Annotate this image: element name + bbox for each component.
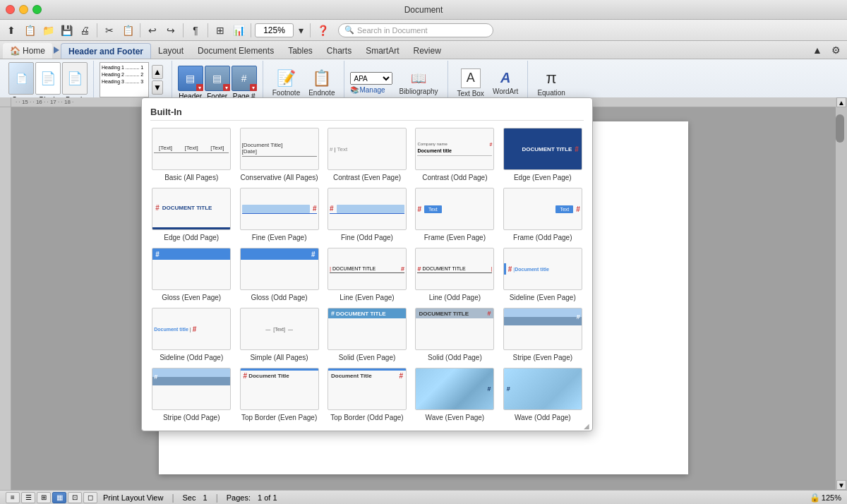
toolbar-print-btn[interactable]: 🖨 (76, 22, 93, 39)
header-dropdown-popup: Built-In [Text][Text][Text] Basic (All P… (141, 97, 593, 431)
toolbar-redo-btn[interactable]: ↪ (162, 22, 179, 39)
text-box-icon: A (461, 68, 481, 88)
view-print-btn[interactable]: ▦ (52, 492, 66, 503)
header-item-frame-odd[interactable]: Text # Frame (Odd Page) (502, 188, 584, 242)
header-button[interactable]: ▤ ▾ Header (178, 66, 203, 100)
toc-preview[interactable]: Heading 1 .......... 1 Heading 2 .......… (100, 62, 149, 97)
header-item-wave-even[interactable]: # Wave (Even Page) (414, 368, 495, 422)
pages-label: Pages: (227, 493, 251, 502)
header-item-stripe-odd[interactable]: # Stripe (Odd Page) (150, 368, 232, 422)
header-label-solid-even: Solid (Even Page) (339, 353, 396, 362)
header-item-contrast-even[interactable]: # | Text Contrast (Even Page) (326, 128, 408, 182)
header-item-frame-even[interactable]: # Text Frame (Even Page) (414, 188, 495, 242)
minimize-button[interactable] (19, 5, 28, 14)
wordart-label: WordArt (493, 88, 519, 96)
maximize-button[interactable] (32, 5, 42, 14)
header-preview-simple: — [Text] — (240, 308, 319, 350)
close-button[interactable] (6, 5, 15, 14)
header-item-wave-odd[interactable]: # Wave (Odd Page) (502, 368, 584, 422)
bibliography-icon: 📖 (411, 71, 426, 86)
header-item-simple[interactable]: — [Text] — Simple (All Pages) (238, 308, 320, 362)
view-thumbnail-btn[interactable]: ⊞ (37, 492, 51, 503)
header-item-sideline-even[interactable]: # | Document title Sideline (Even Page) (502, 248, 584, 302)
header-item-fine-odd[interactable]: # Fine (Odd Page) (326, 188, 408, 242)
header-item-topborder-odd[interactable]: Document Title # Top Border (Odd Page) (326, 368, 408, 422)
tab-smartart[interactable]: SmartArt (359, 43, 406, 59)
sep3 (183, 23, 184, 37)
toolbar-cut-btn[interactable]: ✂ (101, 22, 118, 39)
header-item-fine-even[interactable]: # Fine (Even Page) (238, 188, 320, 242)
tab-tables[interactable]: Tables (281, 43, 320, 59)
view-focus-btn[interactable]: ◻ (83, 492, 97, 503)
header-item-gloss-odd[interactable]: # Gloss (Odd Page) (238, 248, 320, 302)
blank-icon: 📄 (35, 62, 61, 95)
header-item-line-odd[interactable]: # DOCUMENT TITLE | Line (Odd Page) (414, 248, 495, 302)
toolbar-copy-btn[interactable]: 📋 (119, 22, 136, 39)
header-icon: ▤ ▾ (178, 66, 203, 91)
tab-layout[interactable]: Layout (151, 43, 191, 59)
page-num-button[interactable]: # ▾ Page # (232, 66, 257, 100)
search-box[interactable]: 🔍 Search in Document (338, 23, 493, 37)
citation-style-select[interactable]: APA MLA Chicago (350, 72, 392, 85)
header-item-edge-even[interactable]: DOCUMENT TITLE # Edge (Even Page) (502, 128, 584, 182)
header-label-contrast-odd: Contrast (Odd Page) (422, 173, 487, 182)
tab-home[interactable]: 🏠 Home (3, 43, 52, 59)
sep2 (140, 23, 140, 37)
header-item-solid-even[interactable]: # DOCUMENT TITLE Solid (Even Page) (326, 308, 408, 362)
header-item-line-even[interactable]: | DOCUMENT TITLE # Line (Even Page) (326, 248, 408, 302)
manage-icon: 📚 (350, 86, 359, 94)
cover-icon: 📄 (8, 62, 34, 95)
view-outline-btn[interactable]: ☰ (21, 492, 35, 503)
footer-button[interactable]: ▤ ▾ Footer (205, 66, 230, 100)
tab-layout-label: Layout (158, 46, 184, 56)
refs-controls: APA MLA Chicago 📚 Manage (350, 72, 392, 94)
status-sep1: | (172, 493, 174, 503)
header-item-edge-odd[interactable]: # DOCUMENT TITLE Edge (Odd Page) (150, 188, 232, 242)
ribbon-customize[interactable]: ⚙ (827, 42, 844, 59)
header-label-conservative: Conservative (All Pages) (241, 173, 318, 182)
header-label-fine-even: Fine (Even Page) (252, 233, 307, 242)
ruler-left (0, 97, 11, 490)
toolbar-back-btn[interactable]: ⬆ (3, 22, 20, 39)
tab-review[interactable]: Review (407, 43, 448, 59)
pages-value: 1 of 1 (258, 493, 277, 502)
toolbar-table-btn[interactable]: ⊞ (212, 22, 229, 39)
tab-document-elements[interactable]: Document Elements (191, 43, 281, 59)
header-preview-frame-even: # Text (415, 188, 494, 230)
ribbon-nav-up[interactable]: ▲ (809, 42, 826, 59)
toolbar-undo-btn[interactable]: ↩ (144, 22, 161, 39)
scroll-down-btn[interactable]: ▼ (836, 480, 846, 490)
resize-handle[interactable]: ◢ (584, 422, 591, 429)
toolbar-new-btn[interactable]: 📋 (21, 22, 38, 39)
header-label-contrast-even: Contrast (Even Page) (333, 173, 401, 182)
header-item-stripe-even[interactable]: # Stripe (Even Page) (502, 308, 584, 362)
toolbar-help-btn[interactable]: ❓ (314, 22, 331, 39)
header-item-solid-odd[interactable]: DOCUMENT TITLE # Solid (Odd Page) (414, 308, 495, 362)
header-item-contrast-odd[interactable]: Company name Document title # Contrast (… (414, 128, 495, 182)
view-list-btn[interactable]: ≡ (6, 492, 20, 503)
scroll-up-btn[interactable]: ▲ (836, 97, 846, 107)
equation-label: Equation (537, 89, 565, 97)
toolbar-para-btn[interactable]: ¶ (187, 22, 204, 39)
toolbar-chart-btn[interactable]: 📊 (230, 22, 247, 39)
tab-header-footer[interactable]: Header and Footer (61, 43, 151, 59)
tab-arrow (54, 47, 59, 54)
scroll-thumb[interactable] (836, 114, 844, 143)
view-web-btn[interactable]: ⊡ (68, 492, 82, 503)
status-sep2: | (216, 493, 218, 503)
zoom-display[interactable]: 125% (255, 23, 294, 37)
footnote-label: Footnote (272, 89, 300, 97)
toolbar-save-btn[interactable]: 💾 (58, 22, 75, 39)
header-item-conservative[interactable]: [Document Title] [Date] Conservative (Al… (238, 128, 320, 182)
toolbar-zoom-btn[interactable]: ▾ (295, 22, 306, 39)
header-label-wave-odd: Wave (Odd Page) (515, 413, 571, 422)
tab-charts[interactable]: Charts (320, 43, 359, 59)
header-item-basic[interactable]: [Text][Text][Text] Basic (All Pages) (150, 128, 232, 182)
manage-button[interactable]: 📚 Manage (350, 86, 392, 94)
toc-next-btn[interactable]: ▼ (152, 80, 163, 95)
header-item-sideline-odd[interactable]: Document title | # Sideline (Odd Page) (150, 308, 232, 362)
header-item-gloss-even[interactable]: # Gloss (Even Page) (150, 248, 232, 302)
header-item-topborder-even[interactable]: # Document Title Top Border (Even Page) (238, 368, 320, 422)
toolbar-browse-btn[interactable]: 📁 (40, 22, 56, 39)
toc-prev-btn[interactable]: ▲ (152, 65, 163, 79)
